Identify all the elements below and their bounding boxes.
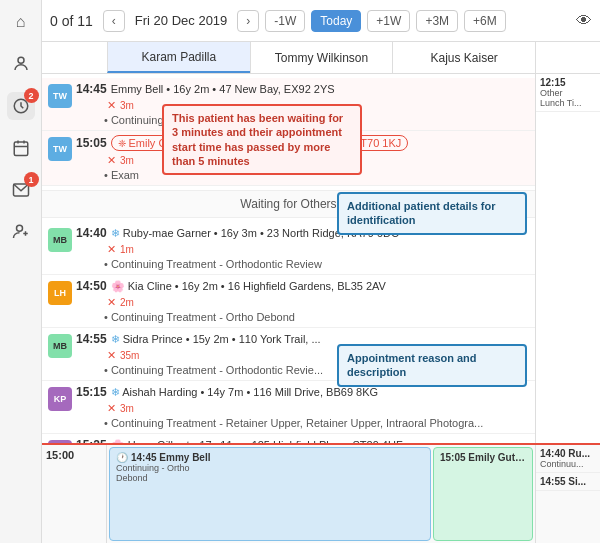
urgent-callout: This patient has been waiting for 3 minu…	[162, 104, 362, 175]
timeline-right-time-2: 14:55 Si...	[540, 476, 596, 487]
appt-time-ruby: 14:40	[76, 226, 107, 240]
appointment-aishah-harding[interactable]: KP 15:15 ❄ Aishah Harding • 14y 7m • 116…	[42, 381, 535, 434]
current-date: Fri 20 Dec 2019	[135, 13, 228, 28]
person-icon[interactable]	[7, 50, 35, 78]
content-area: TW 14:45 Emmy Bell • 16y 2m • 47 New Bay…	[42, 74, 600, 443]
wait-time-kia: 2m	[120, 297, 134, 308]
svg-rect-2	[14, 142, 28, 156]
plus-1w-button[interactable]: +1W	[367, 10, 410, 32]
timeline-appointments: 🕐 14:45 Emmy Bell Continuing - Ortho Deb…	[107, 445, 535, 543]
appt-patient-aishah: ❄ Aishah Harding • 14y 7m • 116 Mill Dri…	[111, 386, 378, 399]
mail-badge: 1	[24, 172, 39, 187]
timeline-time: 15:00	[42, 445, 107, 543]
timeline-right-slot-1: 14:40 Ru... Continuu...	[536, 445, 600, 473]
appointment-kia-cline[interactable]: LH 14:50 🌸 Kia Cline • 16y 2m • 16 Highf…	[42, 275, 535, 328]
timeline-right-desc-1: Continuu...	[540, 459, 596, 469]
right-panel-label-1: Other	[540, 88, 596, 98]
timeline-emily-gutierrez[interactable]: 15:05 Emily Gutierrez	[433, 447, 533, 541]
timeline-emmy-bell[interactable]: 🕐 14:45 Emmy Bell Continuing - Ortho Deb…	[109, 447, 431, 541]
avatar-emily: TW	[48, 137, 72, 161]
appointment-hana-gilbert[interactable]: KP 15:25 🌸 Hana Gilbert • 17y 11m • 125 …	[42, 434, 535, 443]
appt-desc-kia: • Continuing Treatment - Ortho Debond	[104, 311, 531, 323]
column-headers: Karam Padilla Tommy Wilkinson Kajus Kais…	[42, 42, 600, 74]
appointment-counter: 0 of 11	[50, 13, 93, 29]
warning-icon-emily: ❈	[118, 138, 129, 149]
eye-icon[interactable]: 👁	[576, 12, 592, 30]
home-icon[interactable]: ⌂	[7, 8, 35, 36]
wait-time-sidra: 35m	[120, 350, 139, 361]
right-panel-time-1: 12:15	[540, 77, 596, 88]
topbar: 0 of 11 ‹ Fri 20 Dec 2019 › -1W Today +1…	[42, 0, 600, 42]
avatar-kia: LH	[48, 281, 72, 305]
timeline-right-time-1: 14:40 Ru...	[540, 448, 596, 459]
add-person-icon[interactable]	[7, 218, 35, 246]
appt-time-kia: 14:50	[76, 279, 107, 293]
plus-3m-button[interactable]: +3M	[416, 10, 458, 32]
wait-time-aishah: 3m	[120, 403, 134, 414]
next-date-button[interactable]: ›	[237, 10, 259, 32]
avatar-aishah: KP	[48, 387, 72, 411]
avatar-ruby: MB	[48, 228, 72, 252]
right-panel-slot-1: 12:15 Other Lunch Ti...	[536, 74, 600, 112]
practitioner-kajus[interactable]: Kajus Kaiser	[392, 42, 535, 73]
svg-point-0	[18, 57, 24, 63]
wait-icon-emmy: ✕	[104, 98, 118, 112]
right-panel-sublabel-1: Lunch Ti...	[540, 98, 596, 108]
appt-patient-sidra: ❄ Sidra Prince • 15y 2m • 110 York Trail…	[111, 333, 321, 346]
svg-point-7	[16, 225, 22, 231]
timeline-right-slot-2: 14:55 Si...	[536, 473, 600, 491]
appt-patient-kia: 🌸 Kia Cline • 16y 2m • 16 Highfield Gard…	[111, 280, 386, 293]
appt-patient-emmy: Emmy Bell • 16y 2m • 47 New Bay, EX92 2Y…	[111, 83, 335, 95]
right-panel: 12:15 Other Lunch Ti...	[535, 74, 600, 443]
sidebar: ⌂ 2 1	[0, 0, 42, 543]
schedule-panel: TW 14:45 Emmy Bell • 16y 2m • 47 New Bay…	[42, 74, 535, 443]
patient-id-callout: Additional patient details for identific…	[337, 192, 527, 235]
prev-date-button[interactable]: ‹	[103, 10, 125, 32]
wait-icon-ruby: ✕	[104, 242, 118, 256]
wait-time-emily: 3m	[120, 155, 134, 166]
timeline-name-emmy: 14:45 Emmy Bell	[131, 452, 211, 463]
appt-time-aishah: 15:15	[76, 385, 107, 399]
avatar-emmy: TW	[48, 84, 72, 108]
wait-icon-emily: ✕	[104, 153, 118, 167]
plus-6m-button[interactable]: +6M	[464, 10, 506, 32]
appt-time-emmy: 14:45	[76, 82, 107, 96]
calendar-icon[interactable]	[7, 134, 35, 162]
appt-details-kia: 14:50 🌸 Kia Cline • 16y 2m • 16 Highfiel…	[76, 279, 531, 323]
appt-time-sidra: 14:55	[76, 332, 107, 346]
wait-time-emmy: 3m	[120, 100, 134, 111]
other-appointments: MB 14:40 ❄ Ruby-mae Garner • 16y 3m • 23…	[42, 218, 535, 443]
clock-badge: 2	[24, 88, 39, 103]
practitioner-tommy[interactable]: Tommy Wilkinson	[250, 42, 393, 73]
clock-icon[interactable]: 2	[7, 92, 35, 120]
bottom-timeline: 15:00 🕐 14:45 Emmy Bell Continuing - Ort…	[42, 443, 600, 543]
timeline-name-emily-partial: 15:05 Emily Gutierrez	[440, 452, 526, 463]
wait-icon-kia: ✕	[104, 295, 118, 309]
today-button[interactable]: Today	[311, 10, 361, 32]
appt-details-aishah: 15:15 ❄ Aishah Harding • 14y 7m • 116 Mi…	[76, 385, 531, 429]
practitioner-karam[interactable]: Karam Padilla	[107, 42, 250, 73]
time-column-header	[42, 42, 107, 73]
avatar-sidra: MB	[48, 334, 72, 358]
wait-icon-sidra: ✕	[104, 348, 118, 362]
clock-icon-emmy: 🕐	[116, 452, 128, 463]
wait-time-ruby: 1m	[120, 244, 134, 255]
appt-desc-aishah: • Continuing Treatment - Retainer Upper,…	[104, 417, 531, 429]
appt-reason-callout: Appointment reason and description	[337, 344, 527, 387]
timeline-desc-emmy: Continuing - Ortho	[116, 463, 424, 473]
right-panel-header	[535, 42, 600, 73]
appt-time-emily: 15:05	[76, 136, 107, 150]
appt-desc-ruby: • Continuing Treatment - Orthodontic Rev…	[104, 258, 531, 270]
timeline-desc2-emmy: Debond	[116, 473, 424, 483]
timeline-right-panel: 14:40 Ru... Continuu... 14:55 Si...	[535, 445, 600, 543]
wait-icon-aishah: ✕	[104, 401, 118, 415]
mail-icon[interactable]: 1	[7, 176, 35, 204]
minus-1w-button[interactable]: -1W	[265, 10, 305, 32]
main-panel: 0 of 11 ‹ Fri 20 Dec 2019 › -1W Today +1…	[42, 0, 600, 543]
